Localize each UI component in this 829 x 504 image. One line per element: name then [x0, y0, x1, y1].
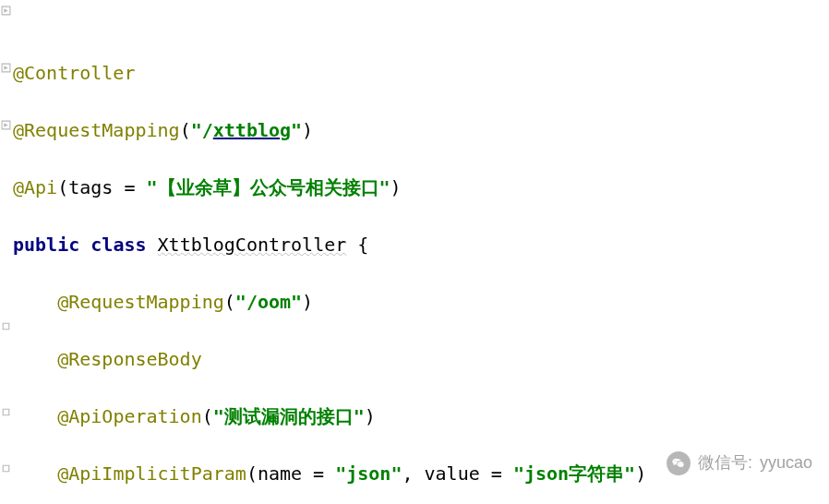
gutter-icon: [1, 321, 11, 331]
annotation: @Api: [13, 176, 57, 198]
args: ): [635, 462, 646, 485]
annotation: @RequestMapping: [57, 291, 224, 313]
code-line: @RequestMapping("/xttblog"): [13, 116, 829, 145]
string: "/: [191, 119, 213, 141]
indent: [13, 348, 57, 370]
watermark: 微信号: yyucao: [667, 450, 812, 476]
annotation: @ApiOperation: [57, 405, 202, 427]
paren: ): [302, 119, 313, 141]
gutter: [0, 0, 13, 504]
fold-icon: [1, 120, 11, 130]
wechat-icon: [667, 451, 691, 475]
args: (tags =: [57, 176, 146, 198]
keyword: class: [90, 234, 146, 256]
paren: ): [302, 291, 313, 313]
code-line: @RequestMapping("/oom"): [13, 288, 829, 317]
code-block: @Controller @RequestMapping("/xttblog") …: [0, 30, 829, 504]
gutter-icon: [1, 407, 11, 417]
fold-icon: [1, 6, 11, 16]
string: "【业余草】公众号相关接口": [147, 176, 390, 198]
code-line: @Api(tags = "【业余草】公众号相关接口"): [13, 174, 829, 202]
code-line: @ResponseBody: [13, 345, 829, 374]
paren: (: [180, 119, 191, 141]
string: "json字符串": [513, 462, 635, 485]
string: "/oom": [235, 291, 302, 313]
string: "json": [335, 462, 402, 485]
args: , value =: [402, 462, 512, 485]
watermark-label: 微信号:: [698, 450, 752, 476]
class-name: XttblogController: [158, 234, 347, 256]
indent: [13, 291, 57, 313]
annotation: @Controller: [13, 62, 135, 84]
annotation: @ResponseBody: [57, 348, 202, 370]
annotation: @RequestMapping: [13, 119, 180, 141]
annotation: @ApiImplicitParam: [57, 462, 246, 485]
string-path: xttblog: [213, 119, 291, 141]
string: ": [291, 119, 302, 141]
paren: ): [365, 405, 376, 427]
indent: [13, 405, 57, 427]
string: "测试漏洞的接口": [213, 405, 365, 427]
args: (name =: [246, 462, 335, 485]
paren: (: [224, 291, 235, 313]
gutter-icon: [1, 463, 11, 474]
code-editor: @Controller @RequestMapping("/xttblog") …: [0, 0, 829, 504]
code-line: public class XttblogController {: [13, 231, 829, 259]
watermark-value: yyucao: [760, 450, 812, 476]
paren: (: [202, 405, 213, 427]
code-line: @ApiOperation("测试漏洞的接口"): [13, 402, 829, 431]
fold-icon: [1, 63, 11, 73]
keyword: public: [13, 234, 79, 256]
brace: {: [346, 234, 368, 256]
args: ): [390, 176, 402, 198]
code-line: @Controller: [13, 59, 829, 88]
indent: [13, 462, 57, 485]
